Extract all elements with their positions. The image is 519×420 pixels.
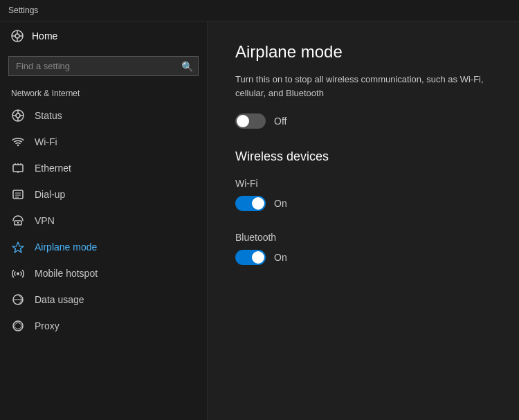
airplane-toggle-row: Off — [235, 113, 491, 129]
vpn-label: VPN — [35, 215, 55, 226]
datausage-label: Data usage — [35, 294, 84, 305]
bluetooth-toggle-row: On — [235, 250, 491, 265]
wifi-icon — [11, 136, 25, 148]
search-input[interactable] — [8, 56, 199, 76]
sidebar: Home 🔍 Network & Internet Status — [0, 21, 208, 420]
svg-point-23 — [17, 222, 19, 223]
section-label: Network & Internet — [0, 82, 207, 102]
status-icon — [11, 109, 25, 122]
svg-point-7 — [16, 113, 20, 118]
sidebar-item-airplane[interactable]: Airplane mode — [0, 234, 207, 260]
bluetooth-device-name: Bluetooth — [235, 232, 491, 243]
app-title: Settings — [8, 6, 38, 15]
airplane-label: Airplane mode — [35, 241, 97, 253]
sidebar-item-datausage[interactable]: Data usage — [0, 286, 207, 313]
status-label: Status — [35, 110, 62, 121]
wifi-device-name: Wi-Fi — [235, 178, 491, 189]
dialup-icon — [11, 188, 25, 201]
sidebar-item-ethernet[interactable]: Ethernet — [0, 155, 207, 181]
sidebar-item-vpn[interactable]: VPN — [0, 208, 207, 234]
vpn-icon — [11, 214, 25, 227]
proxy-label: Proxy — [35, 320, 60, 331]
svg-point-24 — [17, 273, 19, 275]
ethernet-icon — [11, 162, 25, 174]
hotspot-label: Mobile hotspot — [35, 268, 98, 279]
datausage-icon — [11, 293, 25, 306]
airplane-toggle-knob — [237, 115, 249, 127]
wifi-toggle-knob — [252, 197, 264, 210]
wireless-devices-title: Wireless devices — [235, 149, 491, 164]
svg-point-12 — [17, 145, 19, 146]
home-label: Home — [32, 30, 57, 42]
bluetooth-toggle-knob — [252, 251, 264, 264]
hotspot-icon — [11, 267, 25, 280]
sidebar-item-home[interactable]: Home — [0, 21, 207, 51]
sidebar-item-dialup[interactable]: Dial-up — [0, 181, 207, 208]
airplane-icon — [11, 241, 25, 253]
sidebar-item-hotspot[interactable]: Mobile hotspot — [0, 260, 207, 286]
wifi-device-row: Wi-Fi On — [235, 178, 491, 211]
bluetooth-toggle-label: On — [274, 252, 287, 263]
search-box-container: 🔍 — [8, 56, 199, 76]
wifi-toggle[interactable] — [235, 196, 266, 211]
page-title: Airplane mode — [235, 42, 491, 62]
ethernet-label: Ethernet — [35, 163, 71, 174]
wifi-toggle-label: On — [274, 198, 287, 209]
dialup-label: Dial-up — [35, 189, 65, 200]
proxy-icon — [11, 320, 25, 332]
search-icon[interactable]: 🔍 — [181, 61, 193, 72]
airplane-description: Turn this on to stop all wireless commun… — [235, 73, 491, 100]
sidebar-item-proxy[interactable]: Proxy — [0, 313, 207, 339]
wifi-label: Wi-Fi — [35, 136, 57, 147]
wifi-toggle-row: On — [235, 196, 491, 211]
title-bar: Settings — [0, 0, 519, 21]
svg-point-1 — [15, 34, 19, 38]
sidebar-item-status[interactable]: Status — [0, 102, 207, 129]
airplane-toggle-label: Off — [274, 116, 286, 127]
home-icon — [11, 30, 24, 42]
content-area: Airplane mode Turn this on to stop all w… — [208, 21, 519, 420]
bluetooth-device-row: Bluetooth On — [235, 232, 491, 265]
bluetooth-toggle[interactable] — [235, 250, 266, 265]
sidebar-item-wifi[interactable]: Wi-Fi — [0, 129, 207, 155]
svg-rect-13 — [13, 165, 23, 172]
airplane-toggle[interactable] — [235, 113, 266, 129]
